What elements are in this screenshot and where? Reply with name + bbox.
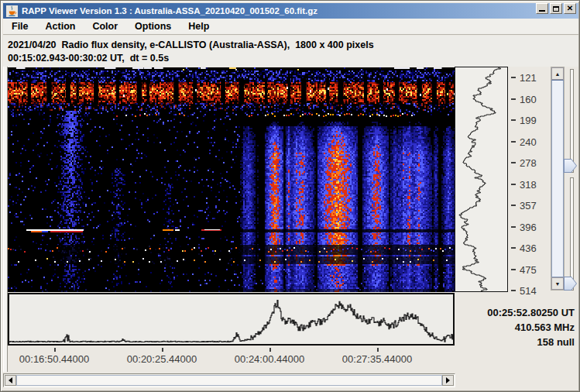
freq-row: 436 — [508, 242, 550, 255]
spectrum-profile-canvas — [455, 67, 507, 291]
freq-row: 357 — [508, 200, 550, 212]
freq-tick — [511, 119, 516, 121]
scroll-down-button[interactable]: ▼ — [551, 277, 564, 290]
cursor-time: 00:25:52.80250 UT — [455, 305, 575, 320]
time-tick — [269, 348, 271, 352]
freq-tick — [511, 184, 516, 185]
freq-label: 160 — [520, 94, 537, 105]
freq-tick — [511, 98, 516, 100]
arrow-right-icon — [446, 377, 450, 383]
freq-tick — [511, 247, 516, 249]
freq-row: 514 — [508, 285, 550, 297]
arrow-left-icon — [9, 377, 12, 383]
freq-tick — [511, 290, 516, 291]
freq-row: 199 — [508, 115, 550, 127]
freq-tick — [511, 269, 516, 270]
freq-label: 475 — [520, 264, 537, 276]
time-label: 00:27:35.44000 — [331, 353, 424, 365]
menu-help[interactable]: Help — [180, 19, 218, 34]
title-bar[interactable]: RAPP Viewer Version 1.3 : Australia-ASSA… — [3, 3, 578, 19]
freq-label: 318 — [520, 179, 537, 191]
close-button[interactable]: ✕ — [564, 3, 576, 14]
vertical-scrollbar-thumb[interactable] — [551, 80, 564, 277]
freq-row: 240 — [508, 136, 550, 149]
spectrogram-view[interactable] — [8, 67, 455, 292]
lower-slider-thumb[interactable] — [564, 277, 577, 291]
menu-options[interactable]: Options — [126, 19, 180, 34]
frequency-axis: 121 160 199 240 278 318 357 396 436 475 … — [508, 67, 550, 299]
freq-row: 121 — [508, 72, 550, 84]
upper-slider-track[interactable] — [570, 69, 574, 173]
cursor-value: 158 null — [455, 335, 575, 349]
minimize-button[interactable] — [536, 3, 548, 14]
cursor-frequency: 410.563 MHz — [455, 320, 575, 335]
time-tick — [377, 348, 379, 352]
menu-action[interactable]: Action — [37, 19, 84, 34]
time-label: 00:16:50.44000 — [8, 353, 101, 365]
lower-slider-track[interactable] — [570, 177, 574, 291]
freq-label: 436 — [520, 242, 537, 254]
close-icon: ✕ — [567, 5, 573, 12]
scroll-left-button[interactable] — [5, 375, 16, 386]
horizontal-scrollbar[interactable] — [3, 373, 455, 387]
java-icon — [6, 5, 18, 17]
spectrum-profile-panel — [455, 67, 508, 292]
freq-row: 396 — [508, 222, 550, 234]
cursor-readout: 00:25:52.80250 UT 410.563 MHz 158 null — [455, 305, 575, 349]
minimize-icon — [539, 10, 545, 12]
time-label: 00:20:25.44000 — [115, 353, 208, 365]
freq-label: 278 — [520, 157, 537, 169]
menu-file[interactable]: File — [3, 19, 37, 34]
maximize-button[interactable] — [550, 3, 562, 14]
time-profile-canvas — [9, 294, 453, 344]
scroll-right-button[interactable] — [442, 375, 454, 386]
vertical-scrollbar[interactable]: ▲ ▼ — [551, 67, 565, 291]
window-title: RAPP Viewer Version 1.3 : Australia-ASSA… — [22, 6, 317, 15]
freq-row: 160 — [508, 94, 550, 106]
observation-info-panel: 2021/04/20 Radio flux density, e-CALLIST… — [3, 36, 578, 67]
freq-label: 396 — [520, 222, 537, 233]
freq-tick — [511, 162, 516, 163]
menu-color[interactable]: Color — [84, 19, 126, 34]
time-tick — [162, 348, 163, 352]
scroll-up-button[interactable]: ▲ — [551, 67, 564, 80]
freq-row: 278 — [508, 157, 550, 170]
upper-slider-thumb-face — [565, 160, 576, 172]
freq-tick — [511, 77, 516, 78]
app-window: RAPP Viewer Version 1.3 : Australia-ASSA… — [0, 0, 580, 392]
arrow-down-icon: ▼ — [555, 281, 561, 287]
freq-row: 318 — [508, 179, 550, 191]
lower-slider-thumb-face — [565, 277, 576, 290]
freq-row: 475 — [508, 264, 550, 277]
window-controls: ✕ — [536, 3, 576, 14]
freq-tick — [511, 205, 516, 206]
upper-slider-thumb[interactable] — [564, 159, 577, 173]
maximize-icon — [553, 6, 559, 12]
menu-bar: File Action Color Options Help — [3, 19, 578, 35]
time-profile-plot — [8, 293, 455, 346]
time-tick — [54, 348, 56, 352]
observation-info-line1: 2021/04/20 Radio flux density, e-CALLIST… — [8, 39, 578, 52]
horizontal-scrollbar-thumb[interactable] — [16, 375, 442, 386]
freq-label: 514 — [520, 285, 537, 297]
freq-label: 240 — [520, 136, 537, 148]
time-label: 00:24:00.44000 — [223, 353, 316, 365]
spectrogram-canvas[interactable] — [8, 67, 455, 292]
freq-label: 357 — [520, 200, 537, 211]
freq-tick — [511, 226, 516, 228]
observation-info-line2: 00:15:02.943-00:30:02 UT, dt = 0.5s — [8, 52, 578, 65]
arrow-up-icon: ▲ — [555, 71, 561, 77]
freq-label: 199 — [520, 115, 537, 126]
freq-tick — [511, 141, 516, 143]
freq-label: 121 — [520, 72, 537, 84]
